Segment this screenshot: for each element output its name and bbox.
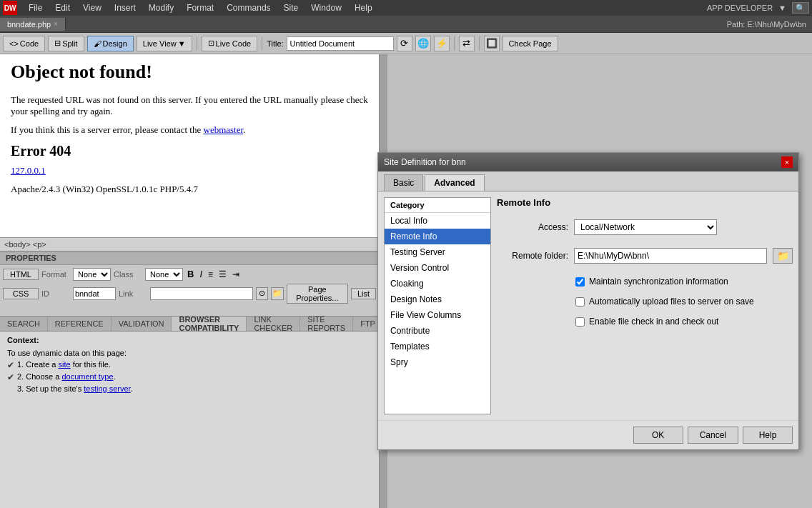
live-view-button[interactable]: Live View ▼	[137, 36, 192, 51]
debug-icon[interactable]: ⚡	[434, 36, 450, 51]
live-view-dropdown-icon[interactable]: ▼	[178, 39, 186, 48]
context-item-2: ✔ 2. Choose a document type.	[7, 372, 372, 382]
webmaster-link[interactable]: webmaster	[204, 124, 244, 135]
menu-window[interactable]: Window	[305, 1, 347, 14]
category-file-view-columns[interactable]: File View Columns	[385, 307, 490, 323]
modal-tab-advanced[interactable]: Advanced	[425, 174, 484, 191]
modal-close-button[interactable]: ×	[781, 156, 793, 168]
page-content: Object not found! The requested URL was …	[0, 54, 379, 237]
app-title-label: APP DEVELOPER	[707, 4, 773, 12]
code-icon: <>	[9, 39, 19, 48]
id-label: ID	[41, 289, 70, 298]
folder-browse-button[interactable]: 📁	[773, 248, 793, 264]
modal-titlebar: Site Definition for bnn ×	[378, 153, 798, 171]
menu-file[interactable]: File	[23, 1, 48, 14]
context-text-3: 3. Set up the site's testing server.	[17, 384, 133, 393]
indent-icon[interactable]: ⇥	[232, 269, 239, 279]
css-button[interactable]: CSS	[3, 288, 39, 299]
help-button[interactable]: Help	[743, 427, 793, 444]
properties-header: PROPERTIES	[0, 252, 379, 265]
link-icon[interactable]: ⊙	[256, 287, 268, 300]
bottom-tabs: SEARCH REFERENCE VALIDATION BROWSER COMP…	[0, 316, 379, 332]
search-icon[interactable]: 🔍	[792, 2, 809, 14]
ul-icon[interactable]: ≡	[208, 269, 213, 279]
italic-icon[interactable]: I	[199, 269, 202, 279]
menu-format[interactable]: Format	[181, 1, 219, 14]
tab-search[interactable]: SEARCH	[0, 317, 48, 331]
title-dropdown-icon[interactable]: ▼	[778, 4, 786, 12]
category-cloaking[interactable]: Cloaking	[385, 276, 490, 292]
check-page-button[interactable]: Check Page	[502, 36, 558, 51]
tab-reference[interactable]: REFERENCE	[48, 317, 112, 331]
check1-icon: ✔	[7, 360, 14, 370]
ok-button[interactable]: OK	[633, 427, 683, 444]
format-select[interactable]: None	[73, 268, 111, 281]
category-spry[interactable]: Spry	[385, 354, 490, 370]
context-label: Context:	[7, 336, 372, 344]
modal-right: Remote Info Access: Local/Network None F…	[497, 197, 793, 414]
title-input[interactable]	[287, 36, 394, 51]
menu-view[interactable]: View	[77, 1, 107, 14]
properties-panel: PROPERTIES HTML Format None Class None B…	[0, 251, 379, 316]
list-button[interactable]: List	[351, 288, 376, 299]
category-version-control[interactable]: Version Control	[385, 260, 490, 276]
class-select[interactable]: None	[145, 268, 183, 281]
tab-link-checker[interactable]: LINK CHECKER	[247, 317, 300, 331]
browse-icon[interactable]: 🌐	[415, 36, 431, 51]
site-link[interactable]: site	[59, 360, 71, 369]
split-button[interactable]: ⊟ Split	[48, 36, 84, 51]
doc-type-link[interactable]: document type	[61, 372, 113, 381]
menu-insert[interactable]: Insert	[109, 1, 142, 14]
menu-site[interactable]: Site	[278, 1, 304, 14]
remote-folder-input[interactable]	[574, 248, 767, 264]
properties-content: HTML Format None Class None B I ≡ ☰ ⇥	[0, 265, 379, 307]
page-properties-button[interactable]: Page Properties...	[287, 284, 348, 304]
tab-site-reports[interactable]: SITE REPORTS	[300, 317, 353, 331]
category-templates[interactable]: Templates	[385, 339, 490, 354]
checkbox2-row: Automatically upload files to server on …	[575, 297, 793, 307]
ol-icon[interactable]: ☰	[219, 269, 227, 279]
site-definition-modal: Site Definition for bnn × Basic Advanced…	[377, 152, 799, 450]
access-select[interactable]: Local/Network None FTP WebDAV RDS Source…	[574, 219, 717, 235]
live-code-button[interactable]: ⊡ Live Code	[202, 36, 258, 51]
preview-icon[interactable]: 🔲	[484, 36, 500, 51]
category-remote-info[interactable]: Remote Info	[385, 229, 490, 244]
bold-icon[interactable]: B	[187, 269, 194, 279]
refresh-icon[interactable]: ⟳	[397, 36, 412, 51]
modal-tab-basic[interactable]: Basic	[384, 174, 423, 191]
category-contribute[interactable]: Contribute	[385, 323, 490, 339]
category-local-info[interactable]: Local Info	[385, 213, 490, 229]
tab-validation[interactable]: VALIDATION	[112, 317, 172, 331]
context-item-1: ✔ 1. Create a site for this file.	[7, 360, 372, 370]
checkbox3-row: Enable file check in and check out	[575, 317, 793, 327]
maintain-sync-checkbox[interactable]	[575, 277, 585, 287]
remote-info-title: Remote Info	[497, 197, 793, 208]
enable-checkin-checkbox[interactable]	[575, 317, 585, 327]
localhost-link[interactable]: 127.0.0.1	[11, 165, 46, 176]
context-intro: To use dynamic data on this page:	[7, 349, 372, 357]
category-testing-server[interactable]: Testing Server	[385, 244, 490, 260]
tab-browser-compat[interactable]: BROWSER COMPATIBILITY	[172, 317, 247, 331]
auto-upload-checkbox[interactable]	[575, 297, 585, 307]
menu-help[interactable]: Help	[349, 1, 378, 14]
link-input[interactable]	[150, 287, 253, 300]
link-browse-icon[interactable]: 📁	[271, 287, 283, 300]
tab-close-icon[interactable]: ×	[54, 20, 58, 28]
menu-modify[interactable]: Modify	[143, 1, 179, 14]
html-button[interactable]: HTML	[3, 269, 39, 280]
cancel-button[interactable]: Cancel	[688, 427, 738, 444]
menu-edit[interactable]: Edit	[49, 1, 76, 14]
sep2	[262, 36, 262, 51]
tab-bnndate[interactable]: bnndate.php ×	[0, 18, 66, 31]
category-design-notes[interactable]: Design Notes	[385, 292, 490, 307]
code-button[interactable]: <> Code	[3, 36, 45, 51]
design-button[interactable]: 🖌 Design	[87, 36, 134, 51]
main-area: Object not found! The requested URL was …	[0, 54, 812, 508]
testing-server-link[interactable]: testing server	[84, 384, 130, 393]
id-input[interactable]	[73, 287, 116, 300]
menu-commands[interactable]: Commands	[221, 1, 276, 14]
menu-bar: DW File Edit View Insert Modify Format C…	[0, 0, 812, 16]
context-item-3: 3. Set up the site's testing server.	[7, 384, 372, 393]
file-mgmt-icon[interactable]: ⇄	[459, 36, 475, 51]
modal-footer: OK Cancel Help	[378, 420, 798, 449]
